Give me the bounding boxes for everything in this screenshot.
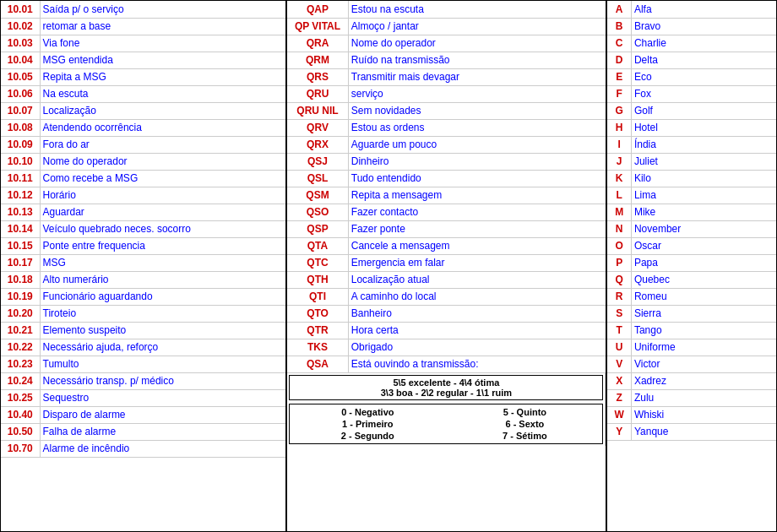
numbers-row: 0 - Negativo5 - Quinto1 - Primeiro6 - Se… [287,402,606,446]
code-cell: 10.15 [1,237,40,254]
code-cell: QSM [287,187,348,204]
code-cell: 10.06 [1,85,40,102]
table-row: QRX Aguarde um pouco [287,136,606,153]
table-row: QTO Banheiro [287,305,606,322]
table-row: QSA Está ouvindo a transmissão: [287,356,606,372]
word-cell: Juliet [631,153,776,170]
description-cell: retomar a base [40,18,285,35]
code-cell: 10.22 [1,339,40,356]
word-cell: Bravo [631,18,776,35]
description-cell: Localização atual [348,271,606,288]
table-row: 10.19 Funcionário aguardando [1,288,285,305]
table-row: 10.25 Sequestro [1,389,285,406]
letter-cell: B [607,18,631,35]
word-cell: Whiski [631,406,776,423]
signal-line1: 5\5 excelente - 4\4 ótima [293,377,599,388]
table-row: QRU NIL Sem novidades [287,102,606,119]
description-cell: Localização [40,102,285,119]
table-row: 10.11 Como recebe a MSG [1,170,285,187]
word-cell: Golf [631,102,776,119]
code-cell: 10.18 [1,271,40,288]
letter-cell: F [607,85,631,102]
code-cell: QRV [287,119,348,136]
code-cell: TKS [287,339,348,356]
description-cell: Está ouvindo a transmissão: [348,356,606,372]
table-row: QTA Cancele a mensagem [287,237,606,254]
table-row: K Kilo [607,170,776,187]
description-cell: Falha de alarme [40,423,285,440]
code-cell: QRA [287,35,348,52]
letter-cell: S [607,305,631,322]
word-cell: Quebec [631,271,776,288]
description-cell: Nome do operador [40,153,285,170]
signal-quality-row: 5\5 excelente - 4\4 ótima 3\3 boa - 2\2 … [287,372,606,402]
signal-box: 5\5 excelente - 4\4 ótima 3\3 boa - 2\2 … [289,375,603,400]
code-cell: 10.40 [1,406,40,423]
table-row: 10.08 Atendendo ocorrência [1,119,285,136]
description-cell: Estou na escuta [348,1,606,18]
word-cell: Mike [631,204,776,220]
number-left: 2 - Segundo [293,430,442,442]
table-row: 10.21 Elemento suspeito [1,322,285,339]
word-cell: Romeu [631,288,776,305]
code-cell: 10.10 [1,153,40,170]
table-row: QTH Localização atual [287,271,606,288]
table-row: I Índia [607,136,776,153]
word-cell: Victor [631,356,776,372]
description-cell: Horário [40,187,285,204]
table-row: 10.12 Horário [1,187,285,204]
table-row: E Eco [607,68,776,85]
number-right: 5 - Quinto [450,406,599,418]
word-cell: Fox [631,85,776,102]
description-cell: Estou as ordens [348,119,606,136]
table-row: C Charlie [607,35,776,52]
code-cell: 10.03 [1,35,40,52]
table-row: N November [607,220,776,237]
description-cell: Como recebe a MSG [40,170,285,187]
letter-cell: P [607,254,631,271]
table-row: R Romeu [607,288,776,305]
table-row: X Xadrez [607,372,776,389]
table-row: B Bravo [607,18,776,35]
table-row: 10.22 Necessário ajuda, reforço [1,339,285,356]
table-row: TKS Obrigado [287,339,606,356]
right-column: A Alfa B Bravo C Charlie D Delta E Eco F… [607,1,776,531]
description-cell: Disparo de alarme [40,406,285,423]
code-cell: 10.02 [1,18,40,35]
letter-cell: R [607,288,631,305]
description-cell: Nome do operador [348,35,606,52]
description-cell: Almoço / jantar [348,18,606,35]
table-row: 10.23 Tumulto [1,356,285,372]
table-row: Q Quebec [607,271,776,288]
word-cell: Kilo [631,170,776,187]
table-row: 10.01 Saída p/ o serviço [1,1,285,18]
letter-cell: Z [607,389,631,406]
table-row: Y Yanque [607,423,776,440]
code-cell: 10.21 [1,322,40,339]
word-cell: November [631,220,776,237]
description-cell: Tiroteio [40,305,285,322]
number-left: 1 - Primeiro [293,418,442,430]
code-cell: 10.11 [1,170,40,187]
code-cell: QTO [287,305,348,322]
table-row: V Victor [607,356,776,372]
table-row: 10.10 Nome do operador [1,153,285,170]
table-row: QTC Emergencia em falar [287,254,606,271]
code-cell: 10.24 [1,372,40,389]
description-cell: Tumulto [40,356,285,372]
description-cell: Via fone [40,35,285,52]
table-row: QRU serviço [287,85,606,102]
code-cell: 10.07 [1,102,40,119]
table-row: 10.20 Tiroteio [1,305,285,322]
numbers-grid: 0 - Negativo5 - Quinto1 - Primeiro6 - Se… [293,406,599,442]
letter-cell: A [607,1,631,18]
letter-cell: C [607,35,631,52]
letter-cell: X [607,372,631,389]
letter-cell: G [607,102,631,119]
description-cell: Obrigado [348,339,606,356]
code-cell: 10.50 [1,423,40,440]
letter-cell: L [607,187,631,204]
code-cell: 10.19 [1,288,40,305]
letter-cell: Q [607,271,631,288]
mid-column: QAP Estou na escuta QP VITAL Almoço / ja… [287,1,607,531]
